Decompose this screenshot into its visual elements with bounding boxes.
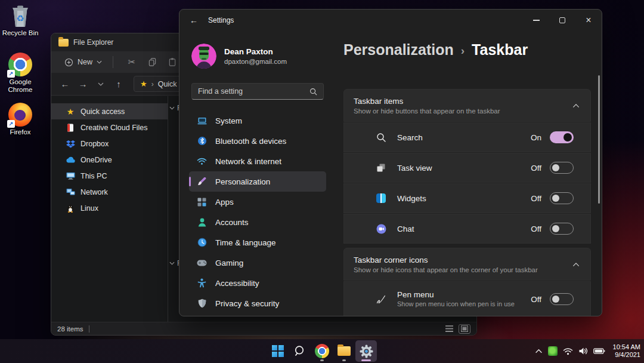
- sidebar-item-creative-cloud[interactable]: Creative Cloud Files: [51, 119, 168, 136]
- dropbox-icon: [66, 139, 75, 149]
- running-indicator: [342, 359, 346, 361]
- sidebar-item-dropbox[interactable]: Dropbox: [51, 136, 168, 152]
- nav-item-accounts[interactable]: Accounts: [189, 212, 326, 232]
- nav-item-gaming[interactable]: Gaming: [189, 253, 326, 273]
- clock[interactable]: 10:54 AM 9/4/2021: [611, 343, 640, 359]
- thumbnail-view-button[interactable]: [459, 324, 470, 334]
- nav-item-time-language[interactable]: Time & language: [189, 232, 326, 253]
- toggle-state-label: Off: [531, 295, 541, 304]
- sidebar-item-network[interactable]: Network: [51, 184, 168, 200]
- chevron-up-icon[interactable]: [572, 103, 580, 108]
- nav-item-personalization[interactable]: Personalization: [189, 171, 326, 192]
- sidebar-item-label: Linux: [80, 204, 98, 213]
- nav-item-accessibility[interactable]: Accessibility: [189, 273, 326, 293]
- sidebar-item-label: Dropbox: [80, 140, 109, 148]
- section-subtitle: Show or hide icons that appear on the co…: [354, 266, 538, 273]
- breadcrumb-current: Taskbar: [472, 41, 528, 59]
- new-button[interactable]: New: [60, 55, 107, 70]
- wifi-icon[interactable]: [563, 347, 573, 355]
- setting-row-task-view: Task view Off: [343, 153, 591, 183]
- explorer-statusbar: 28 items: [51, 322, 476, 335]
- window-title: File Explorer: [73, 38, 113, 47]
- sidebar-item-quick-access[interactable]: ★ Quick access: [51, 103, 168, 119]
- page-title: Personalization › Taskbar: [343, 41, 528, 59]
- pen-icon: [374, 294, 388, 304]
- taskbar-settings-button[interactable]: [355, 340, 377, 362]
- breadcrumb-parent[interactable]: Personalization: [343, 41, 454, 59]
- sidebar-item-label: Network: [80, 188, 108, 196]
- toggle-state-label: Off: [531, 164, 541, 173]
- hidden-icons-chevron[interactable]: [535, 349, 543, 353]
- widgets-toggle[interactable]: [550, 192, 574, 204]
- this-pc-icon: [66, 171, 75, 181]
- toggle-knob: [552, 225, 559, 232]
- avatar[interactable]: [191, 44, 216, 69]
- up-arrow-icon[interactable]: ↑: [111, 79, 126, 89]
- nav-item-privacy-security[interactable]: Privacy & security: [189, 293, 326, 313]
- cut-button[interactable]: ✂: [122, 57, 142, 67]
- desktop-icon-recycle-bin[interactable]: ♻ Recycle Bin: [1, 4, 39, 37]
- gamepad-icon: [197, 258, 207, 268]
- status-separator: [89, 325, 89, 333]
- section-title: Taskbar corner icons: [354, 256, 538, 264]
- wifi-icon: [197, 156, 207, 167]
- sidebar-item-this-pc[interactable]: This PC: [51, 168, 168, 184]
- volume-icon[interactable]: [578, 347, 588, 355]
- accounts-person-icon: [197, 217, 207, 227]
- start-button[interactable]: [267, 340, 289, 362]
- setting-label: Widgets: [397, 194, 426, 203]
- chevron-up-icon[interactable]: [572, 262, 580, 267]
- taskbar-search-button[interactable]: [289, 340, 311, 362]
- toggle-knob: [552, 296, 559, 303]
- forward-arrow-icon[interactable]: →: [75, 79, 91, 89]
- nav-item-network-internet[interactable]: Network & internet: [189, 151, 326, 171]
- toggle-state-label: On: [531, 133, 541, 142]
- personalization-brush-icon: [197, 177, 207, 187]
- back-arrow-icon[interactable]: ←: [57, 79, 73, 89]
- desktop-icon-label: Firefox: [10, 128, 30, 136]
- task-view-toggle[interactable]: [550, 162, 574, 174]
- quick-access-star-icon: ★: [140, 79, 147, 88]
- shield-icon: [197, 299, 207, 309]
- desktop-icon-firefox[interactable]: ↗ Firefox: [1, 103, 39, 136]
- maximize-button[interactable]: [549, 10, 575, 31]
- section-taskbar-items[interactable]: Taskbar items Show or hide buttons that …: [343, 89, 591, 122]
- section-taskbar-corner-icons[interactable]: Taskbar corner icons Show or hide icons …: [343, 248, 591, 281]
- setting-row-search: Search On: [343, 122, 591, 152]
- linux-penguin-icon: [66, 204, 75, 213]
- running-indicator: [320, 359, 324, 361]
- nav-item-label: Accounts: [215, 218, 249, 227]
- setting-label: Pen menu: [397, 290, 515, 299]
- search-input[interactable]: [198, 87, 309, 96]
- nav-item-bluetooth-devices[interactable]: Bluetooth & devices: [189, 131, 326, 151]
- copy-button[interactable]: [142, 57, 162, 67]
- tray-app-icon[interactable]: [548, 346, 558, 356]
- desktop-icon-chrome[interactable]: ↗ Google Chrome: [1, 53, 39, 94]
- settings-left-pane: Dean Paxton dpaxton@gmail.com System Blu…: [189, 31, 326, 316]
- search-toggle[interactable]: [550, 131, 574, 143]
- desktop-icon-label: Recycle Bin: [2, 29, 39, 37]
- window-title: Settings: [208, 16, 234, 24]
- nav-item-system[interactable]: System: [189, 110, 326, 131]
- back-button[interactable]: ←: [183, 10, 205, 31]
- history-chevron-icon[interactable]: [93, 82, 109, 86]
- toggle-knob: [552, 164, 559, 171]
- pen-menu-toggle[interactable]: [550, 293, 574, 305]
- system-tray: 10:54 AM 9/4/2021: [535, 339, 640, 363]
- scrollbar[interactable]: [598, 75, 600, 204]
- minimize-button[interactable]: [523, 10, 549, 31]
- chat-toggle[interactable]: [550, 223, 574, 235]
- details-view-button[interactable]: [443, 324, 455, 334]
- toolbar-separator: [113, 56, 113, 68]
- toggle-knob: [552, 195, 559, 202]
- sidebar-item-onedrive[interactable]: OneDrive: [51, 152, 168, 168]
- toggle-knob: [564, 133, 572, 141]
- settings-search-box[interactable]: [191, 83, 324, 100]
- nav-item-apps[interactable]: Apps: [189, 192, 326, 212]
- nav-item-label: Network & internet: [215, 157, 281, 166]
- taskbar-chrome-button[interactable]: [311, 340, 333, 362]
- close-button[interactable]: ×: [575, 10, 602, 31]
- battery-icon[interactable]: [593, 347, 605, 355]
- sidebar-item-linux[interactable]: Linux: [51, 200, 168, 216]
- taskbar-explorer-button[interactable]: [333, 340, 355, 362]
